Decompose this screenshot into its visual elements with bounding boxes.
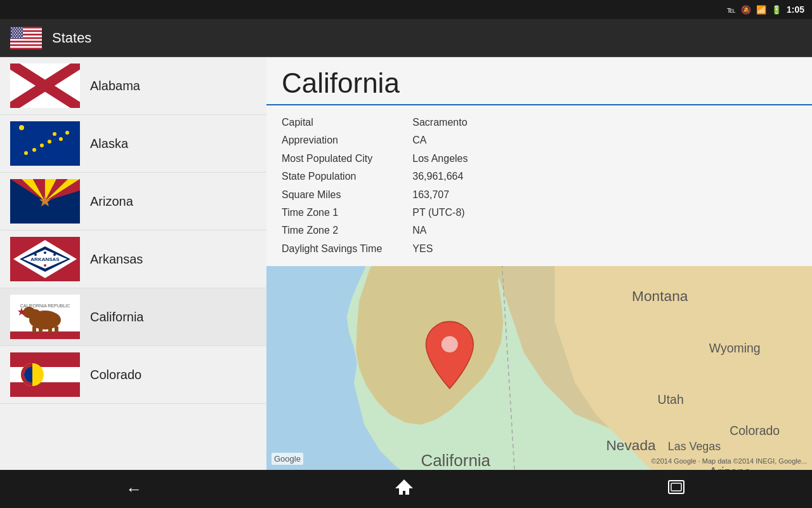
svg-point-11	[16, 27, 18, 29]
map-svg: Montana Wyoming Utah Colorado Nevada Ari…	[266, 266, 812, 470]
svg-point-32	[13, 35, 14, 36]
svg-point-40	[22, 37, 23, 38]
status-bar: ℡ 🔕 📶 🔋 1:05	[0, 0, 812, 19]
svg-point-31	[22, 34, 23, 35]
home-icon	[394, 478, 414, 496]
california-flag: CALIFORNIA REPUBLIC	[10, 295, 80, 339]
svg-text:Colorado: Colorado	[730, 424, 780, 438]
svg-point-67	[34, 253, 37, 256]
colorado-name: Colorado	[90, 368, 141, 382]
svg-marker-113	[395, 479, 413, 495]
svg-point-69	[53, 253, 56, 256]
svg-point-27	[11, 34, 13, 35]
label-square-miles: Square Miles	[282, 188, 382, 202]
svg-point-13	[22, 27, 23, 29]
svg-rect-6	[10, 44, 42, 46]
svg-point-15	[15, 29, 16, 30]
main-content: Alabama Alaska	[0, 57, 812, 470]
svg-text:CALIFORNIA REPUBLIC: CALIFORNIA REPUBLIC	[20, 304, 70, 308]
svg-text:ARKANSAS: ARKANSAS	[30, 257, 60, 262]
svg-text:Wyoming: Wyoming	[709, 341, 761, 355]
title-bar: States	[0, 19, 812, 57]
svg-point-34	[18, 35, 19, 36]
svg-rect-7	[10, 48, 42, 50]
state-item-arkansas[interactable]: ARKANSAS Arkansas	[0, 231, 266, 288]
svg-text:Arizona: Arizona	[709, 465, 751, 470]
california-name: California	[90, 310, 143, 324]
arizona-name: Arizona	[90, 194, 133, 209]
google-label: Google	[274, 454, 301, 464]
detail-info: Capital Appreviation Most Populated City…	[266, 105, 812, 266]
label-most-populated: Most Populated City	[282, 152, 382, 166]
label-timezone1: Time Zone 1	[282, 206, 382, 220]
alaska-name: Alaska	[90, 137, 128, 151]
google-watermark: Google	[272, 453, 303, 465]
svg-point-46	[32, 148, 36, 152]
state-item-colorado[interactable]: Colorado	[0, 346, 266, 404]
svg-point-79	[23, 307, 36, 318]
svg-point-18	[11, 30, 13, 32]
svg-text:California: California	[421, 451, 490, 470]
svg-point-52	[19, 125, 24, 130]
svg-rect-5	[10, 41, 42, 43]
label-population: State Population	[282, 170, 382, 184]
svg-point-50	[59, 137, 63, 141]
value-square-miles: 163,707	[412, 188, 468, 202]
arizona-flag	[10, 179, 80, 224]
svg-text:Nevada: Nevada	[606, 437, 656, 453]
state-list: Alabama Alaska	[0, 57, 266, 470]
svg-point-39	[19, 37, 20, 38]
label-capital: Capital	[282, 116, 382, 130]
svg-point-70	[44, 264, 46, 267]
app-title: States	[52, 30, 91, 46]
svg-rect-77	[48, 326, 52, 333]
svg-point-17	[20, 29, 22, 30]
status-time: 1:05	[787, 4, 804, 15]
recent-button[interactable]	[641, 472, 712, 506]
home-button[interactable]	[369, 472, 440, 506]
svg-point-20	[16, 30, 18, 32]
svg-text:Las Vegas: Las Vegas	[668, 440, 721, 453]
svg-point-45	[24, 151, 28, 155]
map-copyright: ©2014 Google · Map data ©2014 INEGI, Goo…	[651, 457, 807, 465]
svg-rect-83	[10, 367, 80, 382]
svg-rect-75	[32, 326, 36, 333]
svg-rect-78	[55, 326, 58, 333]
value-abbreviation: CA	[412, 133, 468, 147]
svg-point-21	[19, 30, 20, 32]
silent-icon: 🔕	[741, 5, 751, 15]
back-button[interactable]: ←	[100, 473, 167, 505]
svg-point-37	[14, 37, 15, 38]
value-timezone2: NA	[412, 224, 468, 237]
svg-point-112	[442, 336, 458, 352]
label-dst: Daylight Savings Time	[282, 242, 382, 256]
alabama-flag	[10, 64, 80, 108]
svg-rect-85	[10, 382, 80, 397]
alabama-name: Alabama	[90, 79, 140, 93]
battery-icon: 🔋	[771, 5, 782, 15]
map-container: Montana Wyoming Utah Colorado Nevada Ari…	[266, 266, 812, 470]
svg-point-47	[40, 144, 44, 147]
state-item-alaska[interactable]: Alaska	[0, 115, 266, 173]
state-item-arizona[interactable]: Arizona	[0, 173, 266, 231]
svg-text:Utah: Utah	[658, 392, 684, 406]
svg-point-9	[11, 27, 13, 29]
state-item-alabama[interactable]: Alabama	[0, 57, 266, 115]
svg-point-51	[65, 131, 69, 135]
svg-point-36	[11, 37, 13, 38]
svg-rect-72	[10, 331, 80, 339]
value-population: 36,961,664	[412, 170, 468, 184]
svg-point-35	[20, 35, 22, 36]
label-abbreviation: Appreviation	[282, 133, 382, 147]
detail-header: California	[266, 57, 812, 105]
detail-title: California	[282, 67, 797, 99]
svg-text:Montana: Montana	[632, 288, 688, 304]
value-timezone1: PT (UTC-8)	[412, 206, 468, 220]
svg-point-23	[13, 32, 14, 33]
us-flag	[10, 27, 42, 50]
svg-point-24	[15, 32, 16, 33]
state-item-california[interactable]: CALIFORNIA REPUBLIC California	[0, 288, 266, 346]
value-capital: Sacramento	[412, 116, 468, 130]
value-dst: YES	[412, 242, 468, 256]
recent-icon	[666, 478, 686, 496]
